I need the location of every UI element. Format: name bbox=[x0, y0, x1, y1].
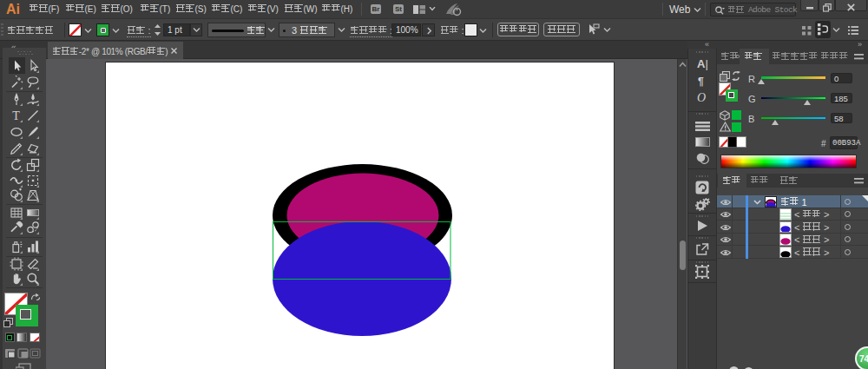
svg-text:T: T bbox=[12, 109, 20, 122]
